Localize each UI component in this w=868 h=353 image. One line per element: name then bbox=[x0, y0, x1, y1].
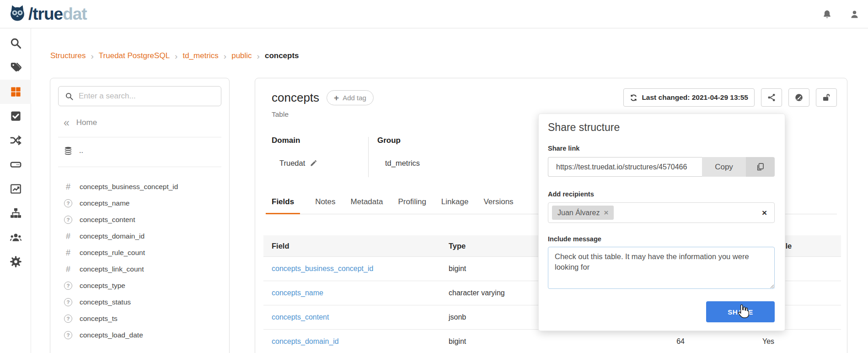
chevron-right-icon: › bbox=[224, 52, 226, 60]
tree-search-box bbox=[58, 86, 221, 106]
top-header: /truedat bbox=[0, 0, 868, 28]
chevron-right-icon: › bbox=[257, 52, 260, 60]
sidebar-item-tags[interactable] bbox=[0, 55, 31, 80]
field-link[interactable]: concepts_name bbox=[272, 289, 323, 297]
last-changed-button[interactable]: Last changed: 2021-04-29 13:55 bbox=[623, 88, 755, 107]
rules-icon bbox=[10, 110, 22, 122]
share-link-input[interactable] bbox=[548, 157, 702, 177]
unlock-icon bbox=[822, 93, 831, 102]
share-icon bbox=[767, 93, 776, 102]
copy-icon-button[interactable] bbox=[746, 157, 775, 177]
database-icon bbox=[64, 146, 73, 155]
hash-icon: # bbox=[64, 232, 73, 241]
breadcrumb-link[interactable]: Structures bbox=[50, 51, 86, 60]
title-row: concepts + Add tag Last changed: 2021-04… bbox=[272, 88, 837, 107]
recipients-field[interactable]: Juan Álvarez × × bbox=[548, 202, 775, 223]
field-list-item[interactable]: ?concepts_status bbox=[58, 294, 221, 310]
group-value: td_metrics bbox=[385, 159, 420, 168]
column-header: Field bbox=[263, 242, 440, 250]
header-actions: Last changed: 2021-04-29 13:55 bbox=[623, 88, 837, 107]
settings-icon bbox=[10, 255, 22, 268]
icon-sidebar bbox=[0, 28, 31, 353]
sidebar-item-search[interactable] bbox=[0, 31, 31, 55]
share-structure-button[interactable] bbox=[761, 88, 782, 107]
chevron-right-icon: › bbox=[91, 52, 93, 60]
field-link[interactable]: concepts_content bbox=[272, 313, 329, 321]
tree-parent-link[interactable]: .. bbox=[64, 144, 221, 157]
structures-icon bbox=[10, 86, 22, 98]
sidebar-item-dashboards[interactable] bbox=[0, 177, 31, 201]
question-icon: ? bbox=[64, 216, 73, 224]
tab-fields[interactable]: Fields bbox=[266, 197, 300, 214]
parent-label: .. bbox=[79, 147, 83, 155]
modal-title: Share structure bbox=[548, 120, 775, 134]
field-list-item[interactable]: #concepts_rule_count bbox=[58, 244, 221, 261]
copy-link-button[interactable]: Copy bbox=[702, 157, 746, 177]
truedat-logo[interactable]: /truedat bbox=[7, 3, 87, 25]
breadcrumb-link[interactable]: public bbox=[231, 51, 252, 60]
sidebar-item-rules[interactable] bbox=[0, 104, 31, 128]
sidebar-item-settings[interactable] bbox=[0, 250, 31, 274]
structure-tree-panel: « Home .. #concepts_business_concept_id?… bbox=[50, 78, 230, 353]
owl-logo-icon bbox=[7, 3, 27, 25]
refresh-icon bbox=[630, 94, 638, 102]
logo-text: /truedat bbox=[28, 5, 87, 22]
message-textarea[interactable]: Check out this table. It may have the in… bbox=[548, 247, 775, 289]
systems-icon bbox=[10, 158, 22, 171]
field-list-item[interactable]: #concepts_domain_id bbox=[58, 228, 221, 244]
clear-recipients-icon[interactable]: × bbox=[762, 208, 767, 217]
sidebar-item-users[interactable] bbox=[0, 225, 31, 250]
share-link-label: Share link bbox=[548, 144, 775, 152]
table-row: concepts_domain_idbigint64Yes bbox=[263, 330, 841, 353]
dashboards-icon bbox=[10, 183, 22, 195]
share-structure-modal: Share structure Share link Copy Add reci… bbox=[538, 114, 785, 331]
question-icon: ? bbox=[64, 315, 73, 323]
breadcrumb-link[interactable]: td_metrics bbox=[182, 51, 218, 60]
chevron-right-icon: › bbox=[175, 52, 177, 60]
remove-recipient-icon[interactable]: × bbox=[604, 209, 609, 217]
field-list-item[interactable]: #concepts_link_count bbox=[58, 261, 221, 277]
tab-linkage[interactable]: Linkage bbox=[441, 197, 469, 214]
share-submit-button[interactable]: SHARE bbox=[706, 301, 775, 322]
field-list-item[interactable]: ?concepts_load_date bbox=[58, 327, 221, 343]
sidebar-item-systems[interactable] bbox=[0, 152, 31, 177]
question-icon: ? bbox=[64, 199, 73, 207]
users-icon bbox=[10, 231, 22, 244]
tab-profiling[interactable]: Profiling bbox=[398, 197, 426, 214]
home-label: Home bbox=[76, 118, 97, 127]
share-link-row: Copy bbox=[548, 157, 775, 177]
notifications-bell-icon[interactable] bbox=[822, 9, 832, 20]
permissions-lock-button[interactable] bbox=[816, 88, 837, 107]
field-list-item[interactable]: ?concepts_name bbox=[58, 195, 221, 212]
question-icon: ? bbox=[64, 331, 73, 339]
tags-icon bbox=[10, 61, 22, 74]
breadcrumb-link[interactable]: Truedat PostgreSQL bbox=[99, 51, 170, 60]
search-icon bbox=[65, 92, 74, 101]
taxonomy-icon bbox=[10, 207, 22, 219]
tree-search-input[interactable] bbox=[79, 92, 214, 101]
add-tag-button[interactable]: + Add tag bbox=[327, 90, 374, 105]
field-link[interactable]: concepts_domain_id bbox=[272, 337, 339, 345]
sidebar-item-taxonomy[interactable] bbox=[0, 201, 31, 225]
question-icon: ? bbox=[64, 282, 73, 290]
tab-metadata[interactable]: Metadata bbox=[351, 197, 383, 214]
tab-versions[interactable]: Versions bbox=[483, 197, 513, 214]
edit-pencil-icon[interactable] bbox=[310, 159, 317, 167]
field-list-item[interactable]: ?concepts_ts bbox=[58, 310, 221, 327]
user-profile-icon[interactable] bbox=[849, 9, 860, 20]
include-message-label: Include message bbox=[548, 235, 775, 243]
copy-icon bbox=[755, 162, 765, 172]
sidebar-item-structures[interactable] bbox=[0, 80, 31, 104]
add-recipients-label: Add recipients bbox=[548, 190, 775, 198]
domain-block: Domain Truedat bbox=[272, 136, 368, 178]
chevron-double-left-icon: « bbox=[64, 119, 70, 127]
field-link[interactable]: concepts_business_concept_id bbox=[272, 265, 373, 272]
profiling-gauge-button[interactable] bbox=[788, 88, 809, 107]
tree-home-link[interactable]: « Home bbox=[64, 118, 221, 127]
field-list-item[interactable]: ?concepts_content bbox=[58, 212, 221, 228]
tab-notes[interactable]: Notes bbox=[315, 197, 335, 214]
field-list-item[interactable]: ?concepts_type bbox=[58, 277, 221, 294]
sidebar-item-lineage[interactable] bbox=[0, 128, 31, 152]
field-list-item[interactable]: #concepts_business_concept_id bbox=[58, 179, 221, 195]
domain-value: Truedat bbox=[279, 159, 305, 168]
